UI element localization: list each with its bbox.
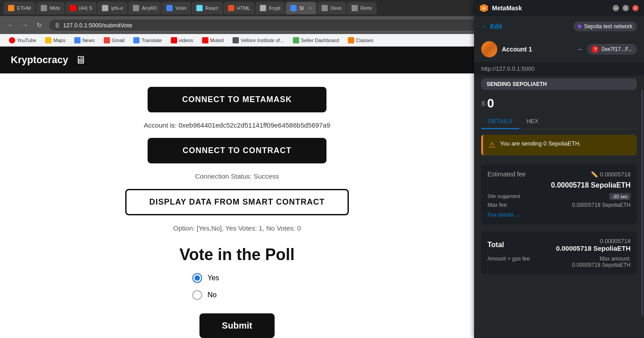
- connection-status: Connection Status: Success: [195, 172, 279, 180]
- bookmark-maps[interactable]: Maps: [42, 36, 69, 44]
- mm-max-fee-value: 0.00005718 SepoliaETH: [572, 202, 631, 208]
- mm-max-amount-value: 0.00005718 SepoliaETH: [572, 262, 631, 268]
- muted-icon: [202, 37, 208, 43]
- tab-favicon-ipfs: [102, 5, 108, 11]
- mm-address-badge: ? 0xe7f17...F...: [587, 44, 637, 55]
- browser-tab-eth[interactable]: ETHM: [4, 2, 35, 14]
- browser-tab-voti[interactable]: Votin: [162, 2, 191, 14]
- tab-label-devs: Devs: [330, 5, 342, 11]
- page-content: Kryptocracy 🖥 CONNECT TO METAMASK Accoun…: [0, 47, 474, 338]
- bookmark-classes-label: Classes: [356, 38, 373, 43]
- bookmark-news[interactable]: News: [71, 36, 98, 44]
- mm-fee-details: Site suggested -30 sec Max fee: 0.000057…: [487, 193, 631, 208]
- mm-maximize-button[interactable]: □: [623, 5, 629, 11]
- vote-option-yes[interactable]: Yes: [192, 273, 219, 283]
- tab-label-eth: ETHM: [17, 5, 31, 11]
- news-icon: [74, 37, 80, 43]
- tab-favicon-html: [228, 5, 234, 11]
- connect-contract-button[interactable]: CONNECT TO CONTRACT: [148, 138, 326, 163]
- mm-avatar: [481, 41, 497, 57]
- forward-button[interactable]: →: [20, 20, 30, 30]
- vote-options: Yes No: [192, 273, 282, 300]
- mm-scrollbar[interactable]: [641, 90, 643, 316]
- tab-close-sl[interactable]: ✕: [308, 6, 312, 11]
- browser-tab-anyr[interactable]: AnyR0: [128, 2, 161, 14]
- browser-tab-mids[interactable]: Mids: [36, 2, 64, 14]
- bookmark-news-label: News: [82, 38, 95, 43]
- mm-tab-hex[interactable]: HEX: [519, 114, 546, 129]
- bookmark-seller[interactable]: Seller Dashboard: [289, 36, 343, 44]
- tab-favicon-kryp: [260, 5, 266, 11]
- browser-tab-html[interactable]: HTML: [224, 2, 255, 14]
- mm-edit-label: Edit: [490, 23, 502, 30]
- mm-tabs: DETAILS HEX: [481, 114, 637, 129]
- radio-yes[interactable]: [192, 273, 202, 283]
- mm-fee-details-text: Fee details: [487, 212, 514, 218]
- mm-total-eth: 0.00005718 SepoliaETH: [556, 244, 631, 252]
- mm-tab-details[interactable]: DETAILS: [481, 114, 519, 129]
- mm-sending-text: SENDING SEPOLIAETH: [487, 81, 547, 87]
- bookmark-translate[interactable]: Translate: [130, 36, 165, 44]
- lock-icon: [54, 22, 60, 28]
- bookmark-vellore[interactable]: Vellore Institute of...: [229, 36, 288, 44]
- browser-tab-reac[interactable]: React: [192, 2, 223, 14]
- browser-tab-ipfs[interactable]: ipfs-e: [97, 2, 127, 14]
- bookmark-muted[interactable]: Muted: [199, 36, 228, 44]
- reload-button[interactable]: ↻: [34, 20, 45, 30]
- vote-option-no[interactable]: No: [192, 290, 216, 300]
- bookmark-youtube[interactable]: YouTube: [5, 36, 40, 44]
- vellore-icon: [233, 37, 239, 43]
- mm-amount-gas-label: Amount + gas fee: [487, 256, 530, 262]
- svg-point-0: [56, 25, 58, 27]
- submit-button[interactable]: Submit: [199, 313, 275, 338]
- mm-total-sub-right: Max amount: 0.00005718 SepoliaETH: [572, 256, 631, 268]
- mm-fee-eth: 0.00005718 SepoliaETH: [487, 181, 631, 189]
- mm-edit-button[interactable]: ← Edit: [481, 23, 502, 30]
- mm-network-selector[interactable]: Sepolia test network: [573, 21, 637, 31]
- back-button[interactable]: ←: [5, 20, 16, 30]
- radio-no[interactable]: [192, 290, 202, 300]
- tab-label-reac: React: [205, 5, 218, 11]
- mm-total-sub: Amount + gas fee Max amount: 0.00005718 …: [487, 256, 631, 268]
- tab-label-voti: Votin: [175, 5, 186, 11]
- bookmark-maps-label: Maps: [53, 38, 65, 43]
- mm-arrow-icon: →: [576, 45, 583, 53]
- mm-url-bar: http://127.0.0.1:5000: [474, 62, 644, 76]
- tab-label-ipfs: ipfs-e: [111, 5, 123, 11]
- gmail-icon: [104, 37, 110, 43]
- mm-max-fee-label: Max fee:: [487, 202, 508, 208]
- bookmark-seller-label: Seller Dashboard: [301, 38, 339, 43]
- tab-label-sl: Sl: [299, 5, 304, 11]
- app-title: Kryptocracy: [11, 54, 68, 66]
- pencil-icon: ✏️: [591, 171, 598, 178]
- mm-titlebar: M MetaMask — □ ✕: [474, 0, 644, 16]
- browser-tab-sl[interactable]: Sl ✕: [286, 2, 316, 14]
- mm-fee-box: Estimated fee ✏️ 0.00005718 0.00005718 S…: [481, 164, 637, 224]
- browser-tab-remi[interactable]: Remi: [347, 2, 377, 14]
- browser-tab-devs[interactable]: Devs: [317, 2, 346, 14]
- options-text: Option: [Yes,No], Yes Votes: 1, No Votes…: [173, 224, 301, 232]
- bookmark-gmail-label: Gmail: [112, 38, 125, 43]
- main-area: CONNECT TO METAMASK Account is: 0xeb9644…: [0, 73, 474, 338]
- tab-label-yt: (44) S: [79, 5, 92, 11]
- bookmark-gmail[interactable]: Gmail: [100, 36, 128, 44]
- browser-tab-yt[interactable]: (44) S: [65, 2, 97, 14]
- mm-minimize-button[interactable]: —: [613, 5, 619, 11]
- chevron-down-icon: ⌄: [516, 212, 520, 218]
- display-data-button[interactable]: DISPLAY DATA FROM SMART CONTRACT: [125, 189, 349, 215]
- tab-label-kryp: Krypt: [269, 5, 280, 11]
- mm-max-amount-label: Max amount:: [600, 256, 631, 262]
- mm-close-button[interactable]: ✕: [632, 5, 639, 11]
- connect-metamask-button[interactable]: CONNECT TO METAMASK: [148, 87, 326, 112]
- bookmark-videos-label: videos: [179, 38, 193, 43]
- mm-site-suggested: Site suggested: [487, 193, 520, 199]
- mm-time-badge: -30 sec: [609, 193, 631, 200]
- bookmark-muted-label: Muted: [210, 38, 224, 43]
- mm-fee-details-link[interactable]: Fee details ⌄: [487, 212, 631, 218]
- browser-tab-kryp[interactable]: Krypt: [255, 2, 285, 14]
- vote-label-yes: Yes: [208, 274, 219, 282]
- bookmark-videos[interactable]: videos: [167, 36, 197, 44]
- bookmark-classes[interactable]: Classes: [344, 36, 377, 44]
- tab-favicon-mids: [41, 5, 47, 11]
- network-dot: [578, 25, 581, 28]
